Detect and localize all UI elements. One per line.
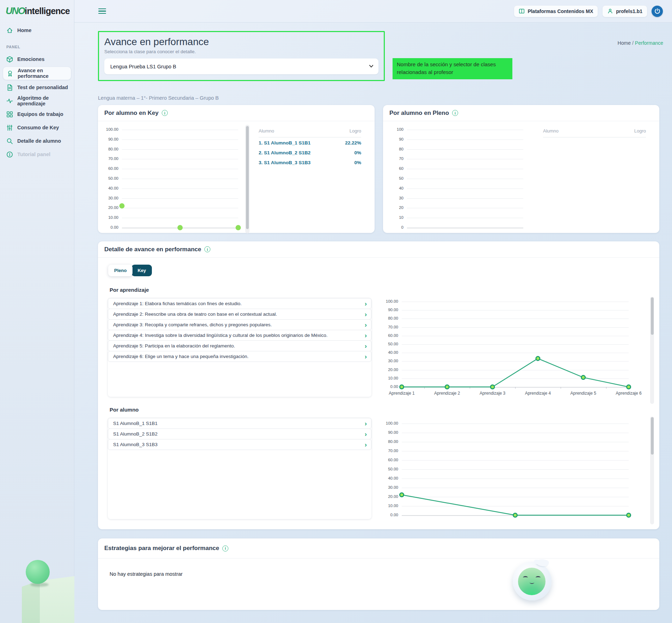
sidebar-item-algoritmo-de-aprendizaje[interactable]: Algoritmo de aprendizaje <box>0 94 74 107</box>
gridline <box>407 159 523 159</box>
mascot-eye <box>536 576 541 579</box>
sidebar-item-test-de-personalidad[interactable]: Test de personalidad <box>0 81 74 94</box>
search-icon <box>6 138 13 144</box>
sidebar-item-home[interactable]: Home <box>0 24 74 37</box>
chart-series <box>102 126 244 232</box>
box-icon <box>6 56 13 63</box>
sidebar-item-label: Detalle de alumno <box>17 138 61 144</box>
table-rows: 1. S1 AlumnoB_1 S1B1 22.22% 2. S1 Alumno… <box>259 137 361 167</box>
card-header: Estrategias para mejorar el performance … <box>98 538 659 559</box>
document-icon <box>6 84 13 91</box>
y-tick-label: 30 <box>387 196 403 200</box>
annotation-note: Nombre de la sección y selector de clase… <box>393 58 512 79</box>
grid-icon <box>6 111 13 118</box>
sidebar-item-equipos-de-trabajo[interactable]: Equipos de trabajo <box>0 107 74 121</box>
vertical-scrollbar[interactable] <box>650 417 654 524</box>
user-account-button[interactable]: profels1.b1 <box>602 5 647 17</box>
activity-pulse-icon <box>6 98 13 104</box>
mascot-eye <box>523 576 528 579</box>
breadcrumb-home-link[interactable]: Home <box>618 40 631 46</box>
page-header-row: Avance en performance Selecciona la clas… <box>98 31 663 86</box>
aprendizaje-label: Aprendizaje 5: Participa en la elaboraci… <box>113 343 235 348</box>
vertical-scrollbar[interactable] <box>650 297 654 404</box>
tab-pleno[interactable]: Pleno <box>108 265 132 276</box>
alumno-chart-zone: 100.0090.0080.0070.0060.0050.0040.0030.0… <box>371 418 656 519</box>
mascot-illustration <box>513 562 551 600</box>
aprendizaje-label: Aprendizaje 6: Elige un tema y hace una … <box>113 354 248 359</box>
gridline <box>407 169 523 169</box>
layout-columns-icon <box>519 8 525 14</box>
decorative-3d-shapes <box>0 547 74 623</box>
vertical-scrollbar[interactable] <box>245 125 249 233</box>
student-name-link[interactable]: 2. S1 AlumnoB_2 S1B2 <box>259 150 310 155</box>
aprendizaje-list-item[interactable]: Aprendizaje 6: Elige un tema y hace una … <box>108 351 371 362</box>
info-icon[interactable]: i <box>452 110 458 116</box>
pleno-students-table: Alumno Logro <box>529 126 654 232</box>
chevron-right-icon: › <box>365 300 367 307</box>
summary-cards-row: Por alumno en Key i 100.0090.0080.0070.0… <box>98 105 663 233</box>
table-row[interactable]: 2. S1 AlumnoB_2 S1B2 0% <box>259 147 361 157</box>
sidebar-item-label: Home <box>17 27 31 33</box>
gridline <box>407 208 523 208</box>
chart-series <box>382 420 634 519</box>
logro-value: 22.22% <box>345 140 361 146</box>
gridline <box>407 218 523 218</box>
aprendizaje-list-item[interactable]: Aprendizaje 4: Investiga sobre la divers… <box>108 330 371 341</box>
sidebar-item-tutorial-panel[interactable]: Tutorial panel <box>0 148 74 161</box>
student-name-link[interactable]: 1. S1 AlumnoB_1 S1B1 <box>259 140 310 146</box>
aprendizaje-label: Aprendizaje 2: Reescribe una obra de tea… <box>113 312 277 317</box>
sidebar-item-label: Tutorial panel <box>17 152 50 157</box>
gridline <box>407 149 523 150</box>
alumno-line-chart: 100.0090.0080.0070.0060.0050.0040.0030.0… <box>382 420 634 519</box>
breadcrumb: Home/Performance <box>618 40 663 46</box>
card-header: Por alumno en Key i <box>98 105 375 121</box>
info-icon[interactable]: i <box>162 110 168 116</box>
y-tick-label: 50 <box>387 176 403 180</box>
alumno-list-item[interactable]: S1 AlumnoB_3 S1B3 › <box>108 439 371 450</box>
info-icon[interactable]: i <box>204 246 210 252</box>
sidebar-item-label: Equipos de trabajo <box>17 111 63 117</box>
chevron-right-icon: › <box>365 353 367 360</box>
sidebar-item-consumo-de-key[interactable]: Consumo de Key <box>0 121 74 134</box>
sidebar-item-avance-en-performance[interactable]: Avance en performance <box>3 67 71 80</box>
scrollbar-thumb[interactable] <box>246 126 249 229</box>
logout-power-button[interactable] <box>652 6 663 17</box>
card-title: Estrategias para mejorar el performance <box>104 545 219 552</box>
chart-series <box>382 298 634 399</box>
platform-label: Plataformas Contenidos MX <box>528 8 593 14</box>
platform-selector-button[interactable]: Plataformas Contenidos MX <box>514 5 598 17</box>
sidebar-item-detalle-de-alumno[interactable]: Detalle de alumno <box>0 134 74 148</box>
scrollbar-thumb[interactable] <box>651 297 654 335</box>
tab-key[interactable]: Key <box>131 265 152 276</box>
annotated-header-highlight-box: Avance en performance Selecciona la clas… <box>98 31 385 81</box>
aprendizaje-list-item[interactable]: Aprendizaje 3: Recopila y comparte refra… <box>108 319 371 330</box>
aprendizaje-list-item[interactable]: Aprendizaje 5: Participa en la elaboraci… <box>108 340 371 351</box>
class-selector[interactable]: Lengua Prueba LS1 Grupo B <box>104 58 378 74</box>
gridline <box>407 198 523 199</box>
alumno-list-item[interactable]: S1 AlumnoB_1 S1B1 › <box>108 418 371 429</box>
alumno-list-item[interactable]: S1 AlumnoB_2 S1B2 › <box>108 428 371 439</box>
y-tick-label: 100 <box>387 127 403 131</box>
gridline <box>407 179 523 179</box>
scrollbar-thumb[interactable] <box>651 417 654 455</box>
table-row[interactable]: 3. S1 AlumnoB_3 S1B3 0% <box>259 157 361 167</box>
sidebar-item-emociones[interactable]: Emociones <box>0 53 74 66</box>
sidebar: UNOintelligence Home PANEL Emociones Ava… <box>0 0 74 623</box>
aprendizaje-list-item[interactable]: Aprendizaje 2: Reescribe una obra de tea… <box>108 309 371 320</box>
sidebar-nav: Home PANEL Emociones Avance en performan… <box>0 24 74 161</box>
info-icon[interactable]: i <box>222 545 228 551</box>
page-subtitle: Selecciona la clase para conocer el deta… <box>104 49 378 54</box>
y-tick-label: 40 <box>387 186 403 190</box>
breadcrumb-current: Performance <box>635 40 663 46</box>
y-tick-label: 20 <box>387 205 403 210</box>
chevron-right-icon: › <box>365 321 367 328</box>
student-name-link[interactable]: 3. S1 AlumnoB_3 S1B3 <box>259 160 310 165</box>
hamburger-menu-icon[interactable] <box>98 7 106 16</box>
aprendizaje-list-item[interactable]: Aprendizaje 1: Elabora fichas temáticas … <box>108 298 371 309</box>
topbar-right-group: Plataformas Contenidos MX profels1.b1 <box>514 5 663 17</box>
table-row[interactable]: 1. S1 AlumnoB_1 S1B1 22.22% <box>259 137 361 147</box>
detail-tabs: Pleno Key <box>108 265 659 276</box>
column-header-alumno: Alumno <box>259 128 274 134</box>
y-tick-label: 90 <box>387 137 403 141</box>
aprendizaje-detail-row: Aprendizaje 1: Elabora fichas temáticas … <box>108 298 656 399</box>
